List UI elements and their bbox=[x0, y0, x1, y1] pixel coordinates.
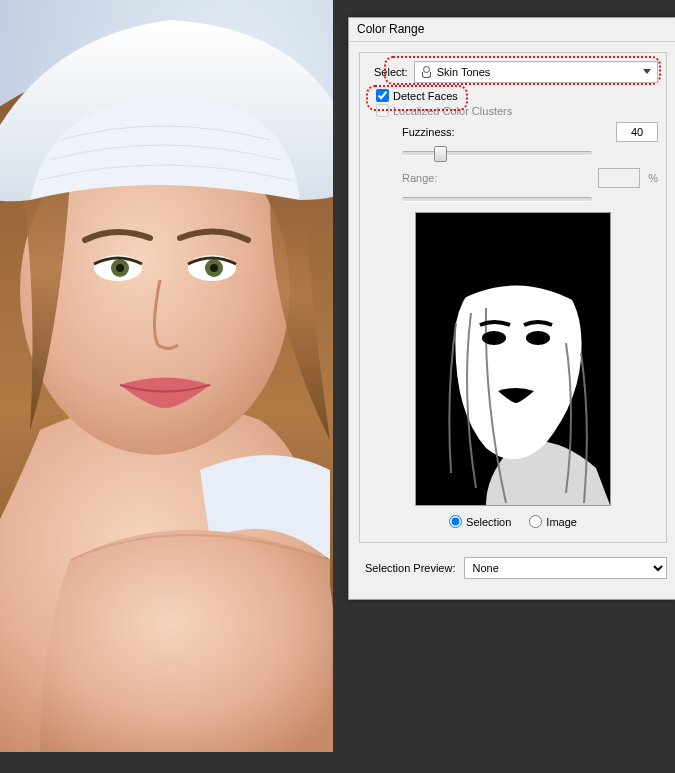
selection-preview-label: Selection Preview: bbox=[365, 562, 456, 574]
select-value: Skin Tones bbox=[437, 66, 491, 78]
range-slider bbox=[402, 191, 592, 205]
svg-point-9 bbox=[482, 331, 506, 345]
svg-point-6 bbox=[116, 264, 124, 272]
range-input bbox=[598, 168, 640, 188]
skin-tones-icon bbox=[421, 66, 431, 78]
preview-mode-image[interactable]: Image bbox=[529, 515, 577, 528]
range-suffix: % bbox=[648, 172, 658, 184]
fuzziness-label: Fuzziness: bbox=[402, 126, 470, 138]
options-group: Select: Skin Tones Detect Faces Localize… bbox=[359, 52, 667, 543]
fuzziness-thumb[interactable] bbox=[434, 146, 447, 162]
selection-preview-thumbnail[interactable] bbox=[416, 213, 610, 505]
selection-preview-dropdown[interactable]: None bbox=[464, 557, 668, 579]
dialog-title: Color Range bbox=[349, 18, 675, 42]
preview-mode-selection[interactable]: Selection bbox=[449, 515, 511, 528]
fuzziness-input[interactable] bbox=[616, 122, 658, 142]
select-label: Select: bbox=[374, 66, 408, 78]
range-label: Range: bbox=[402, 172, 470, 184]
svg-point-10 bbox=[526, 331, 550, 345]
selection-radio[interactable] bbox=[449, 515, 462, 528]
chevron-down-icon bbox=[643, 69, 651, 74]
image-radio[interactable] bbox=[529, 515, 542, 528]
detect-faces-checkbox[interactable] bbox=[376, 89, 389, 102]
localized-clusters-label: Localized Color Clusters bbox=[393, 105, 512, 117]
svg-point-7 bbox=[210, 264, 218, 272]
localized-clusters-checkbox bbox=[376, 104, 389, 117]
select-dropdown[interactable]: Skin Tones bbox=[414, 61, 658, 83]
color-range-dialog: Color Range Select: Skin Tones Detect Fa… bbox=[348, 17, 675, 600]
detect-faces-label: Detect Faces bbox=[393, 90, 458, 102]
document-canvas[interactable] bbox=[0, 0, 333, 752]
fuzziness-slider[interactable] bbox=[402, 145, 592, 159]
